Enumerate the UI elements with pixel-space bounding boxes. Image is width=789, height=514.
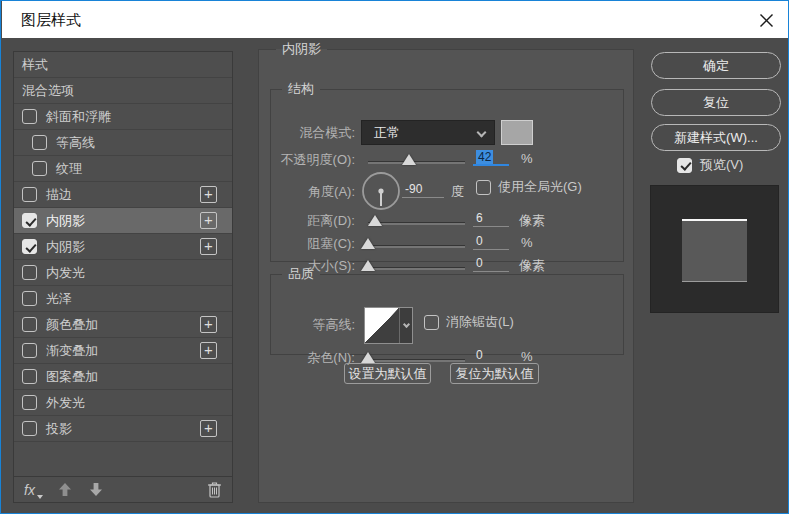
slider-track (368, 222, 465, 225)
angle-input[interactable]: -90 (402, 182, 444, 198)
effect-label: 渐变叠加 (46, 342, 98, 360)
dialog-title: 图层样式 (21, 1, 81, 38)
effect-checkbox[interactable] (22, 291, 37, 306)
effect-list-item-6[interactable]: 内阴影+ (14, 208, 232, 234)
effect-list-item-2[interactable]: 斜面和浮雕 (14, 104, 232, 130)
effects-toolbar: fx (14, 476, 232, 502)
move-effect-up-button[interactable] (58, 482, 72, 497)
close-button[interactable] (753, 7, 779, 33)
effect-label: 内发光 (46, 264, 85, 282)
slider-track (368, 161, 465, 164)
effect-list-item-0[interactable]: 样式 (14, 52, 232, 78)
use-global-light-checkbox[interactable] (476, 180, 491, 195)
effect-list-item-5[interactable]: 描边+ (14, 182, 232, 208)
effect-checkbox[interactable] (22, 239, 37, 254)
distance-input[interactable]: 6 (473, 211, 509, 227)
duplicate-effect-icon[interactable]: + (200, 420, 217, 437)
trash-icon (207, 482, 222, 498)
distance-slider[interactable] (368, 212, 465, 228)
choke-value: 0 (476, 234, 483, 248)
angle-value: -90 (405, 182, 422, 196)
duplicate-effect-icon[interactable]: + (200, 212, 217, 229)
noise-label: 杂色(N): (271, 349, 355, 367)
preview-option[interactable]: 预览(V) (677, 156, 743, 174)
distance-unit: 像素 (519, 212, 545, 230)
effect-checkbox[interactable] (22, 109, 37, 124)
effect-list-item-10[interactable]: 颜色叠加+ (14, 312, 232, 338)
slider-thumb[interactable] (368, 215, 382, 226)
quality-legend: 品质 (282, 265, 320, 283)
delete-effect-button[interactable] (207, 482, 222, 498)
effect-checkbox[interactable] (22, 213, 37, 228)
slider-thumb[interactable] (361, 238, 375, 249)
slider-thumb[interactable] (402, 154, 416, 165)
contour-dropdown-arrow[interactable] (399, 308, 412, 343)
ok-button[interactable]: 确定 (651, 52, 781, 79)
effect-label: 内阴影 (46, 238, 85, 256)
noise-unit: % (521, 349, 533, 364)
shadow-color-swatch[interactable] (501, 120, 533, 145)
effect-list-item-9[interactable]: 光泽 (14, 286, 232, 312)
arrow-down-icon (89, 482, 103, 497)
cancel-button[interactable]: 复位 (651, 89, 781, 116)
distance-label: 距离(D): (271, 212, 355, 230)
effect-checkbox[interactable] (22, 395, 37, 410)
inner-shadow-panel: 内阴影 结构 混合模式: 正常 不透明度(O): 42 % 角度(A): (258, 40, 634, 503)
contour-picker[interactable] (364, 307, 413, 344)
angle-dial[interactable] (361, 171, 401, 211)
effect-list-item-8[interactable]: 内发光 (14, 260, 232, 286)
angle-dial-icon (361, 171, 401, 211)
choke-slider[interactable] (368, 235, 465, 251)
effect-list-item-14[interactable]: 投影+ (14, 416, 232, 442)
effect-list-item-7[interactable]: 内阴影+ (14, 234, 232, 260)
slider-thumb[interactable] (361, 352, 375, 363)
new-style-button[interactable]: 新建样式(W)... (651, 124, 781, 151)
blend-mode-value: 正常 (374, 124, 400, 142)
duplicate-effect-icon[interactable]: + (200, 238, 217, 255)
antialias-label: 消除锯齿(L) (446, 313, 514, 331)
effect-label: 纹理 (56, 160, 82, 178)
effect-list-item-4[interactable]: 纹理 (14, 156, 232, 182)
effect-checkbox[interactable] (22, 369, 37, 384)
opacity-slider[interactable] (368, 151, 465, 167)
effect-checkbox[interactable] (22, 317, 37, 332)
effect-checkbox[interactable] (22, 187, 37, 202)
titlebar: 图层样式 (2, 1, 789, 38)
effect-list-item-3[interactable]: 等高线 (14, 130, 232, 156)
duplicate-effect-icon[interactable]: + (200, 342, 217, 359)
effect-checkbox[interactable] (22, 343, 37, 358)
fx-caret-icon (37, 495, 43, 499)
add-effect-button[interactable]: fx (24, 482, 41, 498)
move-effect-down-button[interactable] (89, 482, 103, 497)
effects-list: 样式混合选项斜面和浮雕等高线纹理描边+内阴影+内阴影+内发光光泽颜色叠加+渐变叠… (13, 51, 233, 503)
style-preview-thumbnail (650, 185, 779, 313)
antialias-checkbox[interactable] (424, 315, 439, 330)
effect-checkbox[interactable] (32, 161, 47, 176)
effect-list-item-11[interactable]: 渐变叠加+ (14, 338, 232, 364)
effect-label: 图案叠加 (46, 368, 98, 386)
effect-list-item-1[interactable]: 混合选项 (14, 78, 232, 104)
structure-legend: 结构 (282, 80, 320, 98)
blend-mode-select[interactable]: 正常 (361, 120, 495, 145)
effect-list-item-12[interactable]: 图案叠加 (14, 364, 232, 390)
duplicate-effect-icon[interactable]: + (200, 316, 217, 333)
reset-default-button[interactable]: 复位为默认值 (450, 363, 539, 384)
choke-input[interactable]: 0 (473, 234, 509, 250)
effect-list-item-13[interactable]: 外发光 (14, 390, 232, 416)
opacity-unit: % (521, 151, 533, 166)
angle-label: 角度(A): (271, 183, 355, 201)
effect-label: 描边 (46, 186, 72, 204)
effect-checkbox[interactable] (32, 135, 47, 150)
set-default-button[interactable]: 设置为默认值 (344, 363, 431, 384)
fx-icon: fx (24, 482, 35, 498)
noise-input[interactable]: 0 (473, 348, 509, 364)
effect-checkbox[interactable] (22, 265, 37, 280)
effect-label: 样式 (22, 56, 48, 74)
duplicate-effect-icon[interactable]: + (200, 186, 217, 203)
effect-checkbox[interactable] (22, 421, 37, 436)
effect-label: 斜面和浮雕 (46, 108, 111, 126)
opacity-input[interactable]: 42 (473, 150, 509, 166)
antialias-option[interactable]: 消除锯齿(L) (424, 313, 514, 331)
preview-checkbox[interactable] (677, 158, 692, 173)
use-global-light-option[interactable]: 使用全局光(G) (476, 178, 582, 196)
